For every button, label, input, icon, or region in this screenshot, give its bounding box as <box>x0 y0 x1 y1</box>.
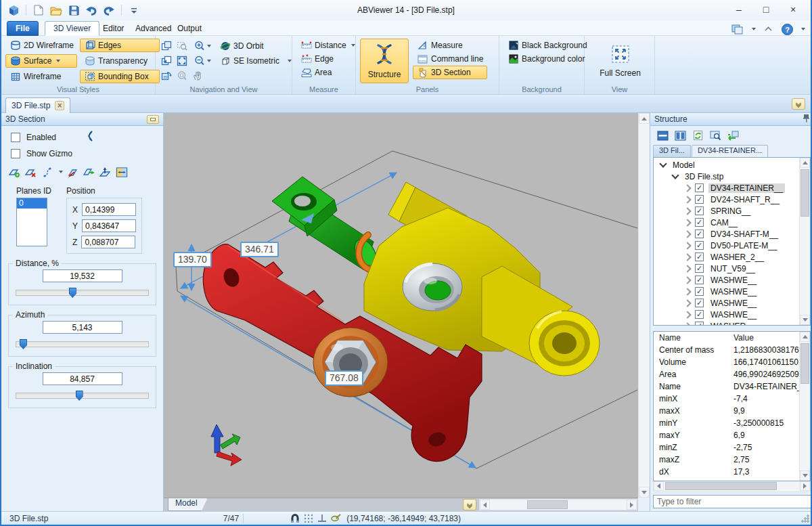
properties-vertical-scrollbar[interactable] <box>799 332 810 481</box>
locate-on-view-icon[interactable] <box>708 129 722 142</box>
help-icon[interactable]: ? <box>780 22 794 36</box>
tree-expander-closed-icon[interactable] <box>683 230 691 238</box>
tree-item-checkbox[interactable]: ✓ <box>695 241 704 250</box>
tab-3d-viewer[interactable]: 3D Viewer <box>45 21 99 36</box>
area-button[interactable]: Area <box>296 66 353 79</box>
property-row[interactable]: Area496,990246925092 <box>654 368 810 380</box>
scroll-right-button[interactable] <box>800 481 810 491</box>
tree-item-checkbox[interactable]: ✓ <box>695 287 704 296</box>
scroll-right-button[interactable] <box>627 500 637 510</box>
chevron-down-icon[interactable] <box>207 60 211 62</box>
tree-item[interactable]: ✓WASHER_2__ <box>654 251 810 263</box>
enabled-checkbox[interactable] <box>11 133 20 142</box>
position-x-input[interactable] <box>82 203 136 216</box>
close-tab-icon[interactable]: × <box>55 101 64 110</box>
structure-panel-button[interactable]: Structure <box>360 39 409 83</box>
tree-item[interactable]: ✓CAM__ <box>654 217 810 228</box>
planes-id-list[interactable]: 0 <box>16 198 47 246</box>
position-y-input[interactable] <box>82 219 136 232</box>
inclination-input[interactable] <box>43 372 122 385</box>
tree-item-checkbox[interactable]: ✓ <box>695 206 704 215</box>
resize-grip[interactable] <box>801 514 809 523</box>
document-tab[interactable]: 3D File.stp × <box>5 97 70 113</box>
property-row[interactable]: dX17,3 <box>654 466 810 478</box>
chevron-down-icon[interactable] <box>56 60 60 62</box>
tree-expander-closed-icon[interactable] <box>683 265 691 272</box>
tree-item[interactable]: ✓WASHWE__ <box>654 309 810 320</box>
tree-item-checkbox[interactable]: ✓ <box>695 299 704 307</box>
plane-normal-icon[interactable] <box>99 166 112 178</box>
zoom-window-icon[interactable] <box>175 39 189 53</box>
azimuth-slider[interactable] <box>16 339 149 349</box>
zoom-in-icon[interactable] <box>191 39 214 53</box>
ortho-icon[interactable] <box>315 512 329 525</box>
scrollbar-thumb[interactable] <box>800 343 809 384</box>
draw-mode-icon[interactable] <box>329 512 342 525</box>
tree-item[interactable]: ✓DV34-RETAINER__ <box>654 182 810 194</box>
snap-magnet-icon[interactable] <box>288 512 302 525</box>
tree-item[interactable]: ✓SPRING__ <box>654 205 810 217</box>
tab-list-chevron-button[interactable] <box>792 98 805 110</box>
move-plane-icon[interactable] <box>83 166 95 178</box>
tree-expander-closed-icon[interactable] <box>683 322 691 326</box>
tree-expander-open-icon[interactable] <box>659 160 667 167</box>
panel-splitter[interactable] <box>650 326 812 331</box>
property-row[interactable]: minY-3,250000815 <box>654 417 810 429</box>
scrollbar-thumb[interactable] <box>800 169 809 217</box>
window-style-icon[interactable] <box>731 22 744 36</box>
3d-section-panel-button[interactable]: 3D Section <box>413 66 487 79</box>
tree-expander-closed-icon[interactable] <box>683 288 691 295</box>
scrollbar-thumb[interactable] <box>665 482 777 490</box>
tree-item-checkbox[interactable]: ✓ <box>695 310 704 319</box>
flip-plane-icon[interactable] <box>66 166 79 178</box>
measure-panel-button[interactable]: Measure <box>413 39 487 52</box>
tree-vertical-scrollbar[interactable] <box>799 158 810 325</box>
filter-input[interactable] <box>653 495 811 508</box>
tree-expander-closed-icon[interactable] <box>683 242 691 249</box>
tree-expander-closed-icon[interactable] <box>683 219 691 226</box>
zoom-out-icon[interactable] <box>191 54 214 68</box>
tree-expander-closed-icon[interactable] <box>683 253 691 261</box>
3d-orbit-button[interactable]: 3D Orbit <box>215 39 291 53</box>
tab-output[interactable]: Output <box>169 21 210 36</box>
customize-toolbar-icon[interactable] <box>127 3 141 17</box>
edge-button[interactable]: Edge <box>296 52 353 66</box>
2d-wireframe-button[interactable]: 2D Wireframe <box>5 39 77 52</box>
chevron-down-icon[interactable] <box>351 44 355 47</box>
zoom-extents-icon[interactable] <box>175 54 189 68</box>
scroll-up-button[interactable] <box>639 113 650 124</box>
viewport-horizontal-scrollbar[interactable] <box>479 499 637 510</box>
tree-item-checkbox[interactable]: ✓ <box>695 264 704 273</box>
copy-view-icon[interactable] <box>160 39 173 53</box>
command-line-panel-button[interactable]: Command line <box>413 52 487 66</box>
planes-id-item[interactable]: 0 <box>17 198 47 209</box>
layout-chevron-button[interactable] <box>463 499 476 510</box>
pin-icon[interactable] <box>803 114 809 125</box>
open-file-icon[interactable] <box>49 3 63 17</box>
property-row[interactable]: minX-7,4 <box>654 393 810 405</box>
tree-item[interactable]: 3D File.stp <box>654 171 810 182</box>
property-row[interactable]: maxY6,9 <box>654 429 810 441</box>
tree-item-checkbox[interactable]: ✓ <box>695 183 704 192</box>
tree-expander-closed-icon[interactable] <box>683 311 691 318</box>
tree-item-checkbox[interactable]: ✓ <box>695 218 704 227</box>
sync-selection-icon[interactable] <box>726 129 740 142</box>
scroll-down-button[interactable] <box>800 470 810 481</box>
tab-file[interactable]: File <box>7 21 39 36</box>
position-z-input[interactable] <box>81 236 135 248</box>
scrollbar-thumb[interactable] <box>527 500 568 509</box>
tree-item[interactable]: ✓NUT_V59__ <box>654 263 810 274</box>
inclination-slider[interactable] <box>16 391 149 401</box>
wireframe-button[interactable]: Wireframe <box>5 70 77 83</box>
tree-item[interactable]: ✓WASHER <box>654 320 810 326</box>
chevron-down-icon[interactable] <box>207 45 211 47</box>
scroll-down-button[interactable] <box>800 315 810 325</box>
delete-plane-icon[interactable] <box>24 166 37 178</box>
panel-options-button[interactable] <box>147 115 159 124</box>
property-row[interactable]: NameDV34-RETAINER__ <box>654 380 810 393</box>
tree-expander-open-icon[interactable] <box>671 171 679 179</box>
add-plane-icon[interactable] <box>8 166 21 178</box>
zoom-selected-icon[interactable] <box>175 69 189 83</box>
tree-expander-closed-icon[interactable] <box>683 196 691 203</box>
structure-tab-file[interactable]: 3D Fil... <box>653 145 691 157</box>
